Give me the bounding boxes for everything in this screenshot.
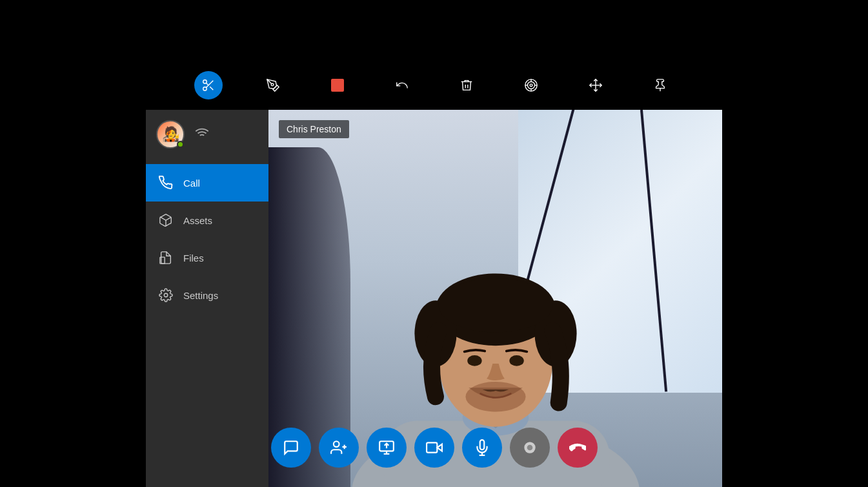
sidebar-item-call[interactable]: Call xyxy=(146,164,268,202)
sidebar-item-settings[interactable]: Settings xyxy=(146,276,268,314)
svg-rect-36 xyxy=(427,442,437,452)
svg-point-0 xyxy=(203,80,207,84)
settings-label: Settings xyxy=(183,290,218,301)
sidebar-item-files[interactable]: Files xyxy=(146,239,268,276)
svg-point-5 xyxy=(271,83,274,86)
status-indicator xyxy=(177,141,184,148)
svg-rect-18 xyxy=(160,257,165,264)
user-profile-row: 🧑‍🎤 xyxy=(146,110,268,159)
svg-point-31 xyxy=(333,441,339,447)
assets-icon xyxy=(159,213,173,227)
undo-button[interactable] xyxy=(388,71,416,99)
svg-point-1 xyxy=(203,87,207,91)
caller-name-badge: Chris Preston xyxy=(279,120,349,138)
pin-button[interactable] xyxy=(646,71,674,99)
svg-point-40 xyxy=(527,445,532,451)
files-label: Files xyxy=(183,253,204,264)
call-label: Call xyxy=(183,178,200,189)
svg-point-19 xyxy=(164,293,168,297)
svg-marker-35 xyxy=(437,444,442,451)
target-button[interactable] xyxy=(517,71,545,99)
svg-point-28 xyxy=(467,355,481,366)
chat-button[interactable] xyxy=(271,428,311,468)
svg-point-27 xyxy=(438,278,552,333)
move-button[interactable] xyxy=(581,71,610,99)
wifi-icon xyxy=(195,126,209,143)
avatar[interactable]: 🧑‍🎤 xyxy=(156,120,185,149)
call-icon xyxy=(159,176,173,190)
shape-tool-button[interactable] xyxy=(323,71,352,99)
microphone-button[interactable] xyxy=(462,428,502,468)
record-button[interactable] xyxy=(510,428,550,468)
add-person-button[interactable] xyxy=(319,428,359,468)
sidebar-item-assets[interactable]: Assets xyxy=(146,202,268,239)
files-icon xyxy=(159,251,173,265)
video-button[interactable] xyxy=(414,428,454,468)
settings-icon xyxy=(159,288,173,302)
svg-line-4 xyxy=(206,83,208,85)
app-container: 🧑‍🎤 xyxy=(0,0,868,487)
end-call-button[interactable] xyxy=(558,428,598,468)
caller-name-text: Chris Preston xyxy=(287,124,341,134)
svg-point-8 xyxy=(530,84,532,87)
svg-line-3 xyxy=(210,87,213,90)
pen-tool-button[interactable] xyxy=(259,71,287,99)
sidebar-navigation: Call Assets xyxy=(146,159,268,314)
screen-share-button[interactable] xyxy=(367,428,407,468)
top-toolbar xyxy=(194,71,674,99)
delete-button[interactable] xyxy=(452,71,481,99)
call-controls-bar xyxy=(271,428,598,468)
sidebar: 🧑‍🎤 xyxy=(146,110,268,487)
svg-point-7 xyxy=(527,82,534,89)
svg-point-29 xyxy=(509,355,523,366)
scissors-tool-button[interactable] xyxy=(194,71,223,99)
assets-label: Assets xyxy=(183,215,212,226)
